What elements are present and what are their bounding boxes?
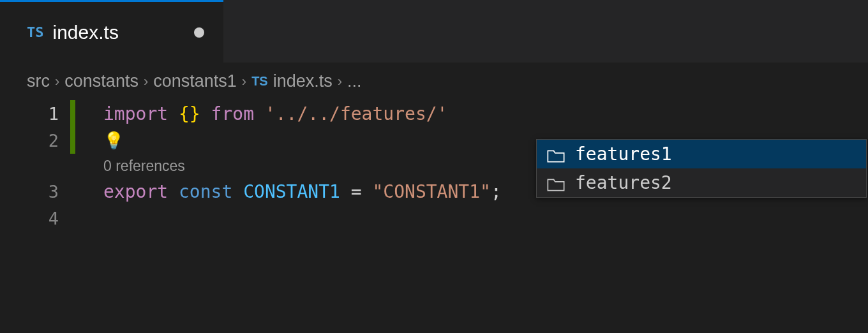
breadcrumb-file[interactable]: index.ts xyxy=(273,71,333,91)
gutter-indicator xyxy=(70,178,75,205)
code-content[interactable]: export const CONSTANT1 = "CONSTANT1"; xyxy=(75,181,502,202)
keyword-const: const xyxy=(179,181,232,202)
diff-added-indicator xyxy=(70,100,75,127)
chevron-right-icon: › xyxy=(144,73,148,90)
braces: {} xyxy=(179,103,200,124)
tab-left: TS index.ts xyxy=(27,22,119,43)
string-literal: "CONSTANT1" xyxy=(372,181,490,202)
folder-icon xyxy=(547,147,565,161)
keyword-export: export xyxy=(103,181,168,202)
typescript-icon: TS xyxy=(251,74,268,89)
string-literal: '../../features/' xyxy=(265,103,448,124)
breadcrumb-part[interactable]: constants1 xyxy=(153,71,237,91)
line-number: 2 xyxy=(0,131,70,151)
code-content[interactable]: import {} from '../../features/' xyxy=(75,103,447,124)
keyword-from: from xyxy=(211,103,254,124)
suggestion-item[interactable]: features2 xyxy=(537,168,866,197)
operator-equals: = xyxy=(351,181,362,202)
tab-bar: TS index.ts xyxy=(0,0,868,63)
line-number: 4 xyxy=(0,209,70,228)
editor-tab[interactable]: TS index.ts xyxy=(0,0,223,63)
lightbulb-icon[interactable]: 💡 xyxy=(75,131,124,150)
keyword-import: import xyxy=(103,103,168,124)
code-line[interactable]: 1 import {} from '../../features/' xyxy=(0,100,868,127)
breadcrumb-part[interactable]: src xyxy=(27,71,50,91)
chevron-right-icon: › xyxy=(55,73,59,90)
typescript-icon: TS xyxy=(27,24,44,40)
suggestion-item[interactable]: features1 xyxy=(537,140,866,168)
suggestion-label: features1 xyxy=(575,144,672,165)
line-number: 3 xyxy=(0,182,70,202)
folder-icon xyxy=(547,175,565,190)
breadcrumb-part[interactable]: constants xyxy=(64,71,138,91)
constant-name: CONSTANT1 xyxy=(243,181,340,202)
modified-indicator-icon xyxy=(194,27,204,38)
tab-title: index.ts xyxy=(53,22,119,43)
breadcrumb[interactable]: src › constants › constants1 › TS index.… xyxy=(0,63,868,100)
suggestion-label: features2 xyxy=(575,172,672,193)
chevron-right-icon: › xyxy=(242,73,246,90)
semicolon: ; xyxy=(491,181,502,202)
code-line[interactable]: 4 xyxy=(0,205,868,232)
line-number: 1 xyxy=(0,104,70,124)
suggestion-popup[interactable]: features1 features2 xyxy=(536,139,867,198)
chevron-right-icon: › xyxy=(338,73,342,90)
diff-added-indicator xyxy=(70,127,75,154)
gutter-indicator xyxy=(70,205,75,232)
breadcrumb-trailing[interactable]: ... xyxy=(347,71,362,91)
